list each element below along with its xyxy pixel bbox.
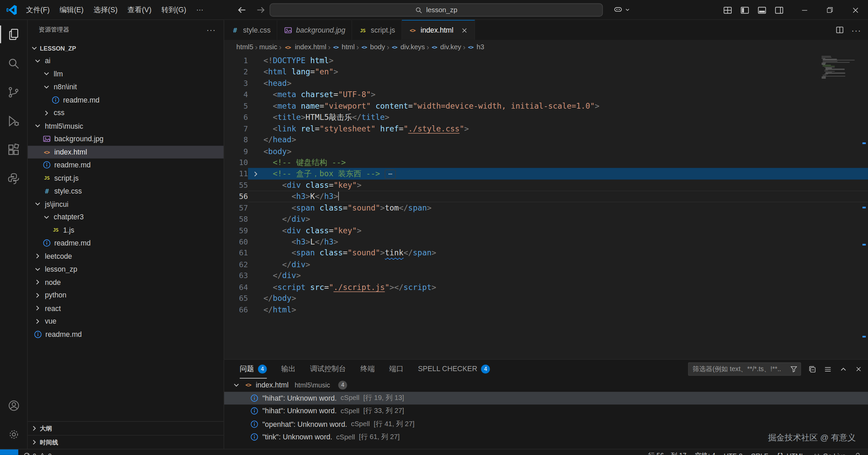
code-line-64[interactable]: 64 <script src="./script.js"></script> [224, 281, 868, 293]
tab-index-html[interactable]: <>index.html [402, 20, 475, 40]
tree-item-ai[interactable]: ai [28, 54, 224, 67]
tree-item-index-html[interactable]: <>index.html [28, 145, 224, 158]
tree-item-readme-md[interactable]: readme.md [28, 328, 224, 341]
status-item--4[interactable]: 空格: 4 [695, 451, 715, 455]
menu-item--e-[interactable]: 编辑(E) [55, 3, 89, 17]
code-line-56[interactable]: 56 <h3>K</h3> [224, 191, 868, 202]
code-line-2[interactable]: 2<html lang="en"> [224, 66, 868, 77]
breadcrumb-h3[interactable]: <>h3 [467, 43, 484, 52]
menu-item--g-[interactable]: 转到(G) [156, 3, 191, 17]
close-window-button[interactable] [843, 0, 868, 20]
restore-button[interactable] [817, 0, 843, 20]
collapse-all-button[interactable] [808, 365, 816, 373]
panel-tab--[interactable]: 终端 [360, 360, 374, 378]
tree-item-chatpter3[interactable]: chatpter3 [28, 211, 224, 223]
maximize-panel-button[interactable] [839, 365, 847, 373]
copilot-button[interactable] [610, 3, 634, 16]
status-item-utf-8[interactable]: UTF-8 [724, 452, 742, 455]
problem-row[interactable]: "hihat": Unknown word.cSpell[行 33, 列 27] [224, 404, 868, 417]
customize-layout-button[interactable] [720, 2, 736, 18]
tree-item-readme-md[interactable]: readme.md [28, 237, 224, 250]
code-line-1[interactable]: 1<!DOCTYPE html> [224, 55, 868, 66]
close-panel-button[interactable] [855, 365, 863, 373]
tree-item-n8n-init[interactable]: n8n\init [28, 80, 224, 93]
panel-tab-spell-checker[interactable]: SPELL CHECKER4 [418, 360, 490, 378]
code-line-4[interactable]: 4 <meta charset="UTF-8"> [224, 89, 868, 100]
breadcrumb-html5[interactable]: html5 [236, 43, 253, 51]
minimize-button[interactable] [792, 0, 817, 20]
code-line-55[interactable]: 55 <div class="key"> [224, 179, 868, 190]
code-line-65[interactable]: 65</body> [224, 293, 868, 304]
code-line-66[interactable]: 66</html> [224, 304, 868, 315]
tree-item-background-jpg[interactable]: background.jpg [28, 132, 224, 145]
activity-accounts-button[interactable] [0, 391, 27, 420]
code-line-59[interactable]: 59 <div class="key"> [224, 225, 868, 236]
activity-search-button[interactable] [0, 49, 27, 78]
tree-item-script-js[interactable]: JSscript.js [28, 171, 224, 184]
menu-item--v-[interactable]: 查看(V) [122, 3, 156, 17]
activity-settings-button[interactable] [0, 420, 27, 449]
breadcrumb-body[interactable]: <>body [361, 43, 385, 52]
tab-style-css[interactable]: #style.css [224, 20, 277, 40]
remote-indicator[interactable]: >< [0, 450, 18, 455]
menu-item--[interactable]: ··· [191, 3, 209, 17]
split-editor-button[interactable] [835, 25, 844, 34]
overview-ruler[interactable] [860, 54, 868, 359]
fold-icon[interactable] [248, 168, 264, 179]
toggle-secondary-sidebar-button[interactable] [771, 2, 787, 18]
tree-item-python[interactable]: python [28, 289, 224, 302]
tree-item-lesson-zp[interactable]: lesson_zp [28, 263, 224, 276]
code-line-62[interactable]: 62 </div> [224, 259, 868, 270]
activity-python-button[interactable] [0, 164, 27, 193]
tree-item-llm[interactable]: llm [28, 67, 224, 80]
folded-code-ellipsis[interactable]: ⋯ [385, 170, 396, 179]
code-line-63[interactable]: 63 </div> [224, 270, 868, 281]
tab-script-js[interactable]: JSscript.js [352, 20, 402, 40]
code-line-10[interactable]: 10 <!-- 键盘结构 --> [224, 157, 868, 168]
breadcrumb-index-html[interactable]: <>index.html [283, 43, 326, 52]
more-editor-actions-button[interactable]: ··· [851, 25, 861, 35]
code-line-3[interactable]: 3<head> [224, 77, 868, 89]
tab-background-jpg[interactable]: background.jpg [277, 20, 352, 40]
activity-extensions-button[interactable] [0, 135, 27, 164]
tree-item-1-js[interactable]: JS1.js [28, 224, 224, 237]
timeline-section[interactable]: 时间线 [28, 435, 224, 449]
toggle-primary-sidebar-button[interactable] [737, 2, 753, 18]
tree-item-html5-music[interactable]: html5\music [28, 120, 224, 132]
menu-item--f-[interactable]: 文件(F) [21, 3, 55, 17]
code-line-61[interactable]: 61 <span class="sound">tink</span> [224, 248, 868, 259]
tree-item-vue[interactable]: vue [28, 315, 224, 328]
activity-run-debug-button[interactable] [0, 106, 27, 135]
breadcrumb-div-key[interactable]: <>div.key [431, 43, 461, 52]
problem-row[interactable]: "openhat": Unknown word.cSpell[行 41, 列 2… [224, 418, 868, 431]
code-line-6[interactable]: 6 <title>HTML5敲击乐</title> [224, 111, 868, 123]
tree-item-node[interactable]: node [28, 276, 224, 289]
view-as-table-button[interactable] [824, 365, 832, 373]
status-item-go-live[interactable]: Go Live [813, 452, 846, 455]
activity-source-control-button[interactable] [0, 77, 27, 106]
workspace-section-header[interactable]: LESSON_ZP [28, 42, 224, 54]
close-tab-icon[interactable] [461, 26, 468, 34]
breadcrumb-html[interactable]: <>html [332, 43, 355, 52]
panel-tab--[interactable]: 问题4 [240, 360, 267, 378]
code-line-9[interactable]: 9<body> [224, 145, 868, 157]
problems-filter-input[interactable]: 筛选器(例如 text、**/*.ts、!**... [688, 362, 801, 376]
tree-item-css[interactable]: css [28, 106, 224, 119]
tree-item-style-css[interactable]: #style.css [28, 184, 224, 197]
code-line-8[interactable]: 8</head> [224, 134, 868, 145]
problems-status-button[interactable]: 0 0 [18, 452, 57, 455]
activity-explorer-button[interactable] [0, 20, 27, 49]
command-center[interactable]: lesson_zp [270, 3, 603, 17]
status-item-bell[interactable] [854, 452, 861, 455]
tree-item-leetcode[interactable]: leetcode [28, 250, 224, 262]
forward-button[interactable] [253, 3, 268, 17]
code-line-7[interactable]: 7 <link rel="stylesheet" href="./style.c… [224, 123, 868, 134]
breadcrumb-div-keys[interactable]: <>div.keys [391, 43, 425, 52]
tree-item-readme-md[interactable]: readme.md [28, 93, 224, 106]
status-item-html[interactable]: {}HTML [776, 452, 805, 455]
problem-row[interactable]: "hihat": Unknown word.cSpell[行 19, 列 13] [224, 392, 868, 404]
back-button[interactable] [235, 3, 249, 17]
code-line-60[interactable]: 60 <h3>L</h3> [224, 236, 868, 247]
code-line-58[interactable]: 58 </div> [224, 214, 868, 225]
problems-group-row[interactable]: <>index.htmlhtml5\music4 [224, 379, 868, 392]
